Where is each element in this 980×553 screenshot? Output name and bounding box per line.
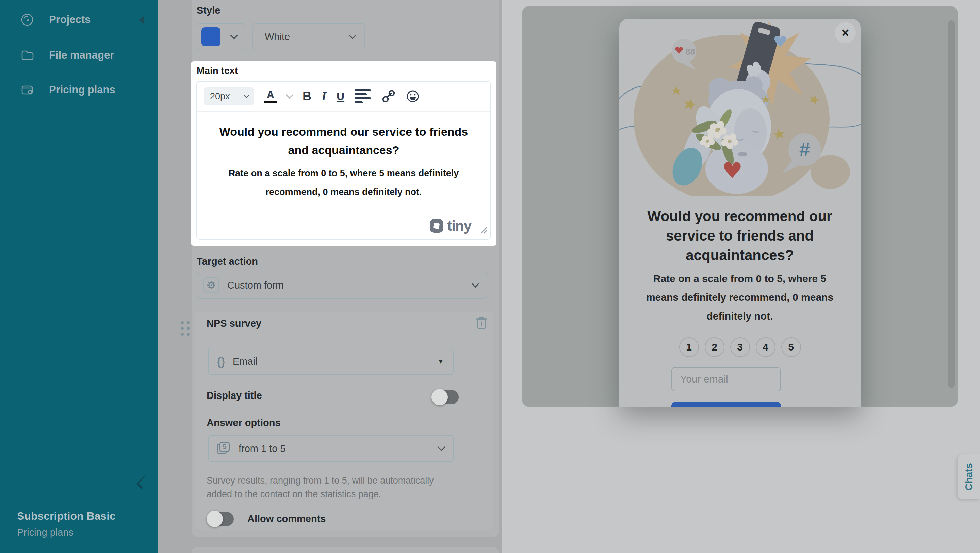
style-color-select[interactable] <box>197 23 244 50</box>
sidebar-item-label: Pricing plans <box>49 84 115 96</box>
sidebar-item-pricing-plans[interactable]: Pricing plans <box>20 82 115 97</box>
style-label: Style <box>197 5 220 16</box>
italic-button[interactable]: I <box>321 89 326 104</box>
rating-option[interactable]: 4 <box>756 337 775 357</box>
preview-subheading: Rate on a scale from 0 to 5, where 5 mea… <box>644 269 835 325</box>
preview-heading: Would you recommend our service to frien… <box>641 207 838 265</box>
editor-subheading: Rate on a scale from 0 to 5, where 5 mea… <box>221 164 467 201</box>
bold-button[interactable]: B <box>302 89 311 104</box>
gear-icon <box>204 277 219 293</box>
font-color-button[interactable]: A <box>264 89 277 104</box>
emoji-button[interactable] <box>406 89 420 104</box>
sidebar-item-label: File manager <box>49 49 114 61</box>
scale-range-icon: 5 <box>217 442 231 455</box>
main-text-label: Main text <box>197 65 238 76</box>
svg-text:#: # <box>799 138 810 160</box>
editor-toolbar: 20px A B I U <box>197 82 490 112</box>
answer-options-label: Answer options <box>207 417 281 429</box>
resize-handle-icon[interactable] <box>480 227 488 236</box>
sidebar-collapse-arrow-icon[interactable] <box>138 16 143 24</box>
style-theme-select[interactable]: White <box>253 23 365 50</box>
allow-comments-label: Allow comments <box>247 513 326 524</box>
subscription-title: Subscription Basic <box>17 510 116 523</box>
chevron-down-icon <box>231 32 238 40</box>
variable-icon: {} <box>217 355 225 368</box>
folder-icon <box>20 48 35 63</box>
chevron-down-icon <box>438 443 445 451</box>
chevron-down-icon <box>472 280 479 288</box>
drag-handle[interactable] <box>181 321 190 336</box>
survey-popup-preview: 88 <box>619 19 861 407</box>
target-action-select[interactable]: Custom form <box>197 272 488 299</box>
popup-illustration: 88 <box>619 19 861 196</box>
app-root: Projects File manager Pricing plans Subs… <box>0 0 980 553</box>
sidebar-item-label: Projects <box>49 14 91 26</box>
link-button[interactable] <box>381 89 395 104</box>
rating-option[interactable]: 5 <box>781 337 801 357</box>
email-input[interactable] <box>671 367 781 391</box>
main-text-section: Main text 20px A B I U <box>191 61 496 246</box>
nps-field-select[interactable]: {} Email ▼ <box>208 348 453 375</box>
subscription-subtitle[interactable]: Pricing plans <box>17 527 73 538</box>
answer-options-select[interactable]: 5 from 1 to 5 <box>208 435 453 462</box>
next-block-card <box>192 547 499 553</box>
submit-button[interactable] <box>671 402 781 407</box>
underline-button[interactable]: U <box>337 90 344 103</box>
color-chevron-down-icon[interactable] <box>286 91 294 99</box>
svg-text:88: 88 <box>685 46 695 57</box>
nps-helper-text: Survey results, ranging from 1 to 5, wil… <box>207 474 450 501</box>
chats-tab[interactable]: Chats <box>958 454 980 499</box>
sidebar-item-file-manager[interactable]: File manager <box>20 48 114 63</box>
scrollbar-thumb[interactable] <box>948 21 955 388</box>
trash-icon[interactable] <box>474 315 488 332</box>
caret-down-icon: ▼ <box>437 358 444 365</box>
projects-icon <box>20 12 35 27</box>
target-action-label: Target action <box>197 256 258 267</box>
sidebar: Projects File manager Pricing plans Subs… <box>0 0 158 553</box>
display-title-label: Display title <box>207 390 262 401</box>
tiny-logo: tiny <box>430 218 471 234</box>
allow-comments-toggle[interactable] <box>208 512 234 526</box>
font-size-select[interactable]: 20px <box>204 88 254 105</box>
rich-text-editor[interactable]: 20px A B I U <box>196 81 491 239</box>
editor-content[interactable]: Would you recommend our service to frien… <box>197 112 490 201</box>
editor-heading: Would you recommend our service to frien… <box>218 123 469 159</box>
rating-row: 12345 <box>619 337 861 357</box>
nps-survey-title: NPS survey <box>207 318 261 329</box>
rating-option[interactable]: 3 <box>730 337 750 357</box>
close-icon[interactable]: × <box>835 22 856 43</box>
sidebar-item-projects[interactable]: Projects <box>20 12 91 27</box>
display-title-toggle[interactable] <box>433 390 459 404</box>
chevron-down-icon <box>349 32 356 40</box>
chevron-down-icon <box>243 92 250 98</box>
color-swatch <box>202 27 221 46</box>
rating-option[interactable]: 1 <box>679 337 699 357</box>
sidebar-collapse-chevron-icon[interactable] <box>137 476 150 489</box>
align-button[interactable] <box>355 89 371 104</box>
wallet-icon <box>20 82 35 97</box>
rating-option[interactable]: 2 <box>705 337 724 357</box>
